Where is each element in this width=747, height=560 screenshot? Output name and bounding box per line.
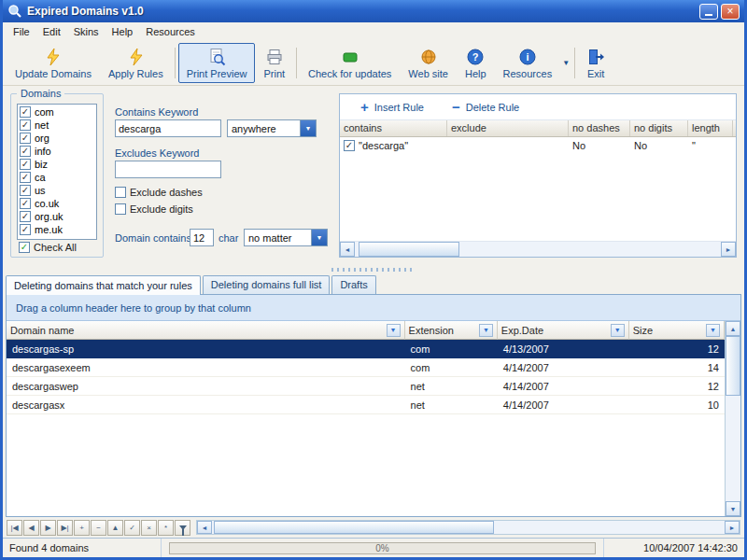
domain-length-input[interactable] (190, 229, 214, 246)
scroll-track[interactable] (355, 242, 721, 257)
update-domains-icon (44, 48, 63, 66)
delete-rule-button[interactable]: Delete Rule (452, 100, 519, 114)
column-filter-icon[interactable] (611, 324, 625, 337)
print-button[interactable]: Print (255, 43, 293, 83)
toolbar-separator (296, 48, 297, 78)
combo-arrow-icon[interactable] (311, 230, 327, 245)
nav-insert-button[interactable]: + (74, 520, 90, 536)
excludes-keyword-input[interactable] (115, 161, 221, 178)
grid-vertical-scrollbar[interactable] (725, 321, 740, 516)
scroll-thumb[interactable] (214, 521, 494, 534)
scroll-left-icon[interactable] (340, 242, 355, 257)
delete-rule-label: Delete Rule (466, 102, 519, 113)
splitter-grip-icon[interactable] (331, 268, 416, 272)
column-filter-icon[interactable] (706, 324, 720, 337)
rule-no-dashes-cell: No (569, 140, 630, 151)
tab-full-list[interactable]: Deleting domains full list (203, 275, 331, 294)
filter-panel: Contains Keyword anywhere Excludes Keywo… (113, 86, 335, 265)
exit-button[interactable]: Exit (578, 43, 613, 83)
column-size[interactable]: Size (629, 321, 725, 340)
web-site-button[interactable]: Web site (400, 43, 457, 83)
print-preview-button[interactable]: Print Preview (178, 43, 256, 83)
domain-checkbox-info[interactable]: info (20, 145, 94, 158)
scroll-up-icon[interactable] (726, 321, 740, 336)
check-all-checkbox[interactable]: Check All (19, 242, 77, 253)
help-button[interactable]: ? Help (457, 43, 495, 83)
nav-edit-button[interactable]: ▲ (107, 520, 123, 536)
domain-checkbox-me-uk[interactable]: me.uk (20, 223, 94, 236)
nav-filter-button[interactable] (175, 520, 190, 536)
scroll-track[interactable] (726, 336, 740, 501)
table-row[interactable]: descargasexeem com 4/14/2007 14 (7, 358, 725, 377)
length-matter-combobox[interactable]: no matter (244, 229, 328, 246)
nav-post-button[interactable]: ✓ (124, 520, 140, 536)
grid-empty-area (7, 414, 725, 516)
menu-help[interactable]: Help (106, 24, 140, 39)
nav-prior-button[interactable]: ◀ (23, 520, 39, 536)
rules-column-no-dashes[interactable]: no dashes (569, 120, 630, 136)
web-site-icon (419, 48, 438, 66)
grid-horizontal-scrollbar[interactable] (196, 520, 740, 535)
menu-file[interactable]: File (7, 24, 36, 39)
domain-checkbox-co-uk[interactable]: co.uk (20, 197, 94, 210)
table-row[interactable]: descargaswep net 4/14/2007 12 (7, 377, 725, 396)
nav-delete-button[interactable]: − (91, 520, 106, 536)
close-button[interactable] (721, 4, 740, 20)
scroll-track[interactable] (212, 521, 725, 534)
tab-drafts[interactable]: Drafts (331, 275, 375, 294)
domain-checkbox-org-uk[interactable]: org.uk (20, 210, 94, 223)
domain-checkbox-biz[interactable]: biz (20, 158, 94, 171)
resources-dropdown-icon[interactable] (562, 59, 570, 67)
scroll-right-icon[interactable] (725, 521, 740, 534)
scroll-down-icon[interactable] (726, 501, 740, 516)
domains-list[interactable]: com net org info biz (17, 104, 97, 240)
horizontal-splitter[interactable] (3, 265, 744, 273)
domain-checkbox-net[interactable]: net (20, 119, 94, 132)
rules-table-header: contains exclude no dashes no digits len… (340, 120, 736, 137)
nav-cancel-button[interactable]: × (141, 520, 157, 536)
exclude-dashes-checkbox[interactable]: Exclude dashes (115, 187, 203, 198)
table-row[interactable]: descargas-sp com 4/13/2007 12 (7, 340, 725, 358)
check-updates-button[interactable]: Check for updates (300, 43, 400, 83)
insert-rule-button[interactable]: Insert Rule (360, 100, 424, 114)
rule-checkbox-icon[interactable] (344, 140, 355, 151)
column-domain-name[interactable]: Domain name (7, 321, 405, 340)
nav-first-button[interactable]: |◀ (7, 520, 22, 536)
column-exp-date[interactable]: Exp.Date (498, 321, 629, 340)
menu-resources[interactable]: Resources (139, 24, 202, 39)
apply-rules-button[interactable]: Apply Rules (100, 43, 172, 83)
rules-column-contains[interactable]: contains (340, 120, 447, 136)
update-domains-button[interactable]: Update Domains (7, 43, 100, 83)
domain-checkbox-com[interactable]: com (20, 105, 94, 119)
rules-column-exclude[interactable]: exclude (447, 120, 569, 136)
domain-checkbox-ca[interactable]: ca (20, 171, 94, 184)
nav-next-button[interactable]: ▶ (40, 520, 56, 536)
rules-column-no-digits[interactable]: no digits (630, 120, 688, 136)
nav-refresh-button[interactable]: * (158, 520, 174, 536)
column-extension[interactable]: Extension (405, 321, 498, 340)
nav-last-button[interactable]: ▶| (57, 520, 73, 536)
tab-matching-rules[interactable]: Deleting domains that match your rules (6, 275, 201, 295)
column-filter-icon[interactable] (387, 324, 401, 337)
table-row[interactable]: descargasx net 4/14/2007 10 (7, 396, 725, 414)
scroll-thumb[interactable] (726, 336, 740, 396)
grid-main: Domain name Extension Exp.Date Size (7, 321, 740, 516)
rule-row[interactable]: "descarga" No No " (340, 137, 736, 154)
group-by-bar[interactable]: Drag a column header here to group by th… (7, 295, 740, 321)
scroll-left-icon[interactable] (197, 521, 212, 534)
keyword-position-combobox[interactable]: anywhere (227, 119, 317, 137)
rules-column-length[interactable]: length (688, 120, 733, 136)
exclude-digits-checkbox[interactable]: Exclude digits (115, 203, 193, 215)
rules-horizontal-scrollbar[interactable] (340, 241, 736, 257)
menu-edit[interactable]: Edit (36, 24, 67, 39)
resources-button[interactable]: i Resources (495, 43, 561, 83)
minimize-button[interactable] (699, 4, 718, 20)
column-filter-icon[interactable] (479, 324, 493, 337)
combo-arrow-icon[interactable] (300, 120, 316, 136)
scroll-thumb[interactable] (359, 242, 459, 257)
scroll-right-icon[interactable] (721, 242, 736, 257)
menu-skins[interactable]: Skins (67, 24, 106, 39)
domain-checkbox-us[interactable]: us (20, 184, 94, 197)
domain-checkbox-org[interactable]: org (20, 132, 94, 145)
contains-keyword-input[interactable] (115, 119, 221, 137)
